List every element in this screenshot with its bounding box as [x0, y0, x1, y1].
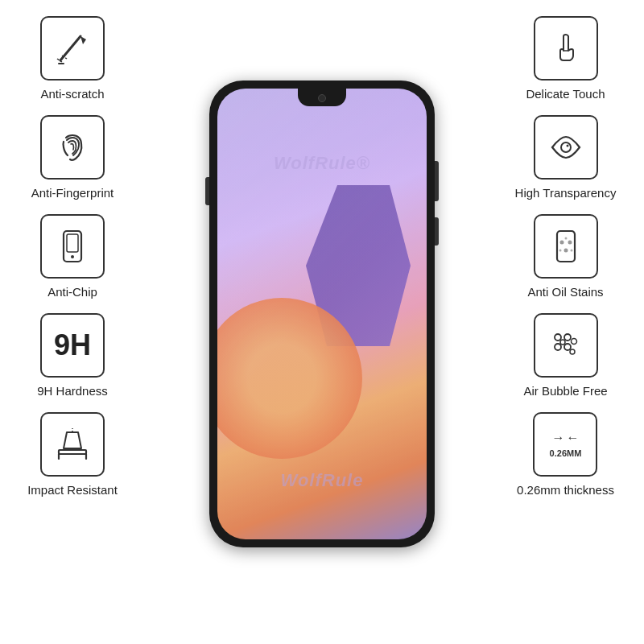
svg-point-16 [559, 241, 564, 245]
svg-point-28 [570, 349, 575, 354]
svg-rect-6 [67, 234, 78, 252]
svg-point-27 [571, 339, 576, 345]
svg-point-23 [564, 334, 571, 341]
oil-icon-box [534, 214, 598, 279]
main-container: Anti-scratch Anti-Fingerprint [0, 0, 644, 644]
phone-screen: WolfRule® WolfRule [217, 89, 427, 539]
watermark-top: WolfRule® [274, 153, 370, 174]
svg-point-18 [564, 249, 568, 253]
svg-point-19 [559, 250, 561, 252]
anti-scratch-icon-box [40, 16, 105, 80]
feature-anti-chip: Anti-Chip [40, 214, 105, 299]
phone-button-volume [435, 217, 439, 246]
svg-point-22 [555, 334, 561, 341]
thickness-arrows-row: → ← [551, 431, 579, 445]
impact-icon-box [40, 412, 105, 477]
svg-marker-11 [64, 432, 81, 448]
phone-camera [318, 94, 326, 102]
svg-marker-1 [80, 36, 86, 44]
thickness-icon-box: → ← 0.26MM [533, 412, 597, 477]
svg-point-25 [564, 344, 571, 350]
svg-point-24 [555, 344, 561, 350]
svg-point-20 [570, 250, 572, 252]
phone-button-left [205, 177, 209, 205]
svg-point-14 [566, 145, 568, 147]
phone-chip-icon [52, 226, 93, 266]
feature-impact-resistant: Impact Resistant [27, 412, 118, 497]
thickness-label: 0.26mm thickness [517, 483, 614, 497]
svg-rect-8 [59, 450, 86, 454]
feature-anti-oil-stains: Anti Oil Stains [527, 214, 603, 299]
feature-thickness: → ← 0.26MM 0.26mm thickness [517, 412, 614, 497]
high-transparency-label: High Transparency [515, 186, 617, 200]
feature-high-transparency: High Transparency [515, 115, 617, 200]
9h-icon-box: 9H [40, 313, 105, 378]
air-bubble-free-label: Air Bubble Free [523, 384, 607, 398]
anti-scratch-label: Anti-scratch [40, 87, 104, 101]
arrow-left-icon: ← [566, 431, 579, 445]
eye-icon [546, 127, 586, 167]
anti-oil-stains-label: Anti Oil Stains [527, 285, 603, 299]
thickness-value: 0.26MM [550, 448, 582, 458]
feature-anti-scratch: Anti-scratch [40, 16, 105, 101]
9h-hardness-label: 9H Hardness [37, 384, 108, 398]
delicate-touch-label: Delicate Touch [526, 87, 605, 101]
svg-point-21 [564, 237, 567, 240]
svg-point-17 [568, 241, 572, 245]
impact-icon [52, 424, 93, 464]
touch-icon [546, 28, 586, 68]
9h-text: 9H [54, 331, 91, 360]
anti-fingerprint-icon-box [40, 115, 105, 180]
fingerprint-icon [52, 127, 93, 167]
oil-icon [546, 226, 586, 266]
phone-display: WolfRule® WolfRule [209, 32, 435, 612]
anti-chip-label: Anti-Chip [47, 285, 97, 299]
phone-body: WolfRule® WolfRule [209, 80, 435, 547]
feature-air-bubble-free: Air Bubble Free [523, 313, 607, 398]
watermark-bottom: WolfRule [281, 470, 364, 491]
bubble-icon [546, 325, 586, 365]
feature-delicate-touch: Delicate Touch [526, 16, 605, 101]
left-features-column: Anti-scratch Anti-Fingerprint [0, 16, 145, 511]
anti-fingerprint-label: Anti-Fingerprint [31, 186, 114, 200]
svg-point-7 [71, 255, 74, 258]
impact-resistant-label: Impact Resistant [27, 483, 118, 497]
right-features-column: Delicate Touch High Transparency [487, 16, 644, 511]
feature-anti-fingerprint: Anti-Fingerprint [31, 115, 114, 200]
svg-point-13 [561, 142, 571, 152]
eye-icon-box [534, 115, 598, 180]
svg-point-26 [560, 340, 565, 345]
touch-icon-box [534, 16, 598, 80]
anti-chip-icon-box [40, 214, 105, 279]
svg-rect-15 [557, 231, 575, 262]
phone-button-power [435, 161, 439, 201]
bubble-icon-box [534, 313, 598, 378]
pencil-icon [52, 28, 93, 68]
feature-9h-hardness: 9H 9H Hardness [37, 313, 108, 398]
arrow-right-icon: → [551, 431, 564, 445]
